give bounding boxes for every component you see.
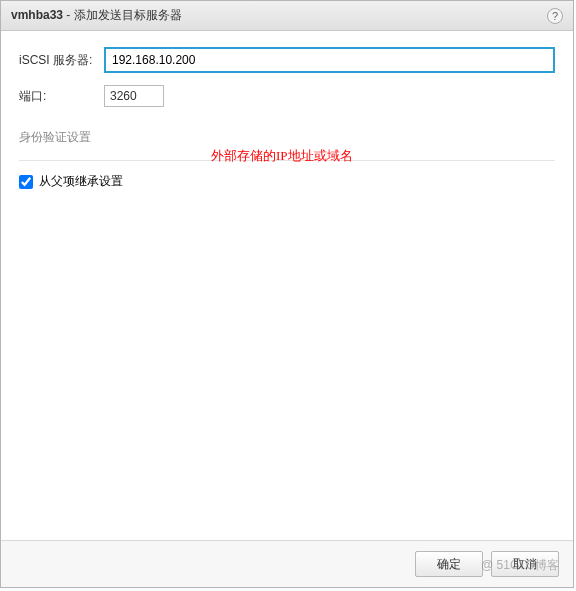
inherit-settings-label: 从父项继承设置 [39,173,123,190]
port-label: 端口: [19,88,104,105]
iscsi-server-input[interactable] [104,47,555,73]
dialog-content: iSCSI 服务器: 端口: 身份验证设置 外部存储的IP地址或域名 从父项继承… [1,31,573,541]
port-row: 端口: [19,85,555,107]
dialog-window: vmhba33 - 添加发送目标服务器 ? iSCSI 服务器: 端口: 身份验… [0,0,574,588]
iscsi-server-label: iSCSI 服务器: [19,52,104,69]
inherit-settings-row: 从父项继承设置 [19,173,555,190]
dialog-title: vmhba33 - 添加发送目标服务器 [11,7,182,24]
cancel-button[interactable]: 取消 [491,551,559,577]
iscsi-server-row: iSCSI 服务器: [19,47,555,73]
title-suffix: - 添加发送目标服务器 [63,8,182,22]
annotation-text: 外部存储的IP地址或域名 [211,147,353,165]
port-input[interactable] [104,85,164,107]
auth-section-heading: 身份验证设置 [19,129,555,146]
inherit-settings-checkbox[interactable] [19,175,33,189]
dialog-footer: 确定 取消 @ 51CTO博客 [1,541,573,587]
ok-button[interactable]: 确定 [415,551,483,577]
help-icon[interactable]: ? [547,8,563,24]
title-bar: vmhba33 - 添加发送目标服务器 ? [1,1,573,31]
adapter-name: vmhba33 [11,8,63,22]
